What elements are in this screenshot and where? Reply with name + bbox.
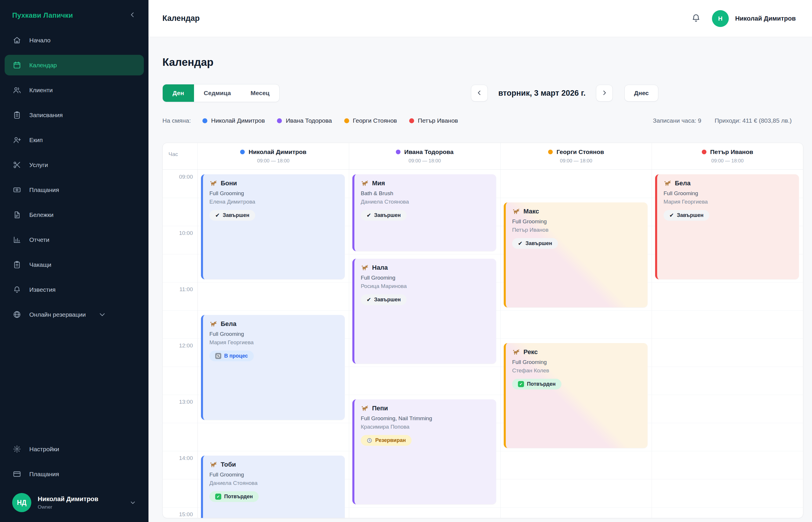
pet-name-row: Пепи: [361, 405, 490, 412]
user-plus-icon: [13, 136, 21, 144]
legend-staff-name: Николай Димитров: [211, 117, 265, 124]
sidebar-collapse-button[interactable]: [129, 11, 136, 19]
appointment-card[interactable]: РексFull GroomingСтефан Колев✔Потвърден: [504, 343, 648, 448]
sidebar-item-label: Настройки: [29, 446, 59, 453]
page-title: Календар: [162, 56, 803, 68]
view-tab-week[interactable]: Седмица: [194, 84, 241, 102]
home-icon: [13, 36, 21, 44]
client-name: Стефан Колев: [512, 367, 641, 374]
sidebar-item-bookings[interactable]: Записвания: [5, 105, 144, 125]
pet-name-row: Рекс: [512, 348, 641, 356]
shift-legend-row: На смяна: Николай ДимитровИвана Тодорова…: [162, 117, 803, 124]
sidebar-item-label: Плащания: [29, 186, 59, 194]
sidebar-item-payments-footer[interactable]: Плащания: [5, 464, 144, 484]
file-text-icon: [13, 210, 21, 219]
status-label: Завършен: [374, 297, 401, 303]
appointment-card[interactable]: НалаFull GroomingРосица Маринова✔Завърше…: [352, 259, 496, 364]
sidebar-item-label: Плащания: [29, 471, 59, 478]
grid-column-divider: [652, 169, 652, 518]
prev-day-button[interactable]: [471, 85, 488, 101]
time-label: 11:00: [163, 286, 193, 293]
staff-name-label: Георги Стоянов: [556, 148, 604, 156]
pet-name-row: Бони: [209, 180, 339, 187]
appointment-card[interactable]: БониFull GroomingЕлена Димитрова✔Завърше…: [201, 174, 345, 279]
view-tab-month[interactable]: Месец: [241, 84, 279, 102]
check-square-icon: ✔: [518, 381, 524, 387]
brand-name: Пухкави Лапички: [12, 11, 73, 19]
sidebar-item-clients[interactable]: Клиенти: [5, 80, 144, 100]
profile-info: Николай Димитров Owner: [38, 495, 98, 510]
dog-icon: [361, 405, 368, 412]
pet-name-row: Мия: [361, 180, 490, 187]
legend-item: Петър Иванов: [409, 117, 458, 124]
sidebar-item-waiting[interactable]: Чакащи: [5, 254, 144, 275]
status-label: Потвърден: [527, 381, 556, 387]
client-name: Даниела Стоянова: [209, 480, 339, 486]
sidebar-item-calendar[interactable]: Календар: [5, 55, 144, 75]
staff-shift-hours: 09:00 — 18:00: [257, 158, 290, 164]
pet-name: Рекс: [524, 348, 537, 356]
dog-icon: [361, 264, 368, 272]
appointment-card[interactable]: МияBath & BrushДаниела Стоянова✔Завършен: [352, 174, 496, 251]
sidebar-item-home[interactable]: Начало: [5, 30, 144, 51]
appointment-card[interactable]: МаксFull GroomingПетър Иванов✔Завършен: [504, 202, 648, 307]
pet-name-row: Тоби: [209, 461, 339, 468]
status-badge: Резервиран: [361, 435, 411, 446]
view-switcher: Ден Седмица Месец: [162, 84, 280, 102]
client-name: Красимира Попова: [361, 424, 490, 430]
legend-item: Ивана Тодорова: [277, 117, 332, 124]
appointment-card[interactable]: БелаFull GroomingМария Георгиева✔Завърше…: [655, 174, 799, 279]
service-name: Full Grooming: [361, 275, 490, 281]
appointment-card[interactable]: БелаFull GroomingМария ГеоргиеваВ процес: [201, 315, 345, 420]
dog-icon: [209, 320, 217, 328]
calendar-toolbar: Ден Седмица Месец вторник, 3 март 2026 г…: [162, 84, 803, 102]
check-square-icon: ✔: [215, 494, 221, 500]
sidebar-spacer: [5, 325, 144, 439]
sidebar-item-online-bookings[interactable]: Онлайн резервации: [5, 304, 144, 325]
pet-name: Пепи: [372, 405, 388, 412]
staff-name-label: Петър Иванов: [710, 148, 753, 156]
sidebar-item-label: Услуги: [29, 162, 48, 168]
pet-name: Тоби: [221, 461, 236, 468]
staff-name-label: Ивана Тодорова: [404, 148, 453, 156]
sidebar-profile[interactable]: НД Николай Димитров Owner: [5, 487, 144, 522]
date-navigation: вторник, 3 март 2026 г. Днес: [471, 85, 658, 101]
sidebar-item-team[interactable]: Екип: [5, 129, 144, 150]
appointment-card[interactable]: ТобиFull GroomingДаниела Стоянова✔Потвър…: [201, 456, 345, 518]
staff-color-dot: [202, 118, 207, 123]
staff-shift-hours: 09:00 — 18:00: [560, 158, 592, 164]
sidebar-item-label: Чакащи: [29, 261, 51, 268]
staff-color-dot: [702, 149, 707, 154]
calendar-header-row: Час Николай Димитров09:00 — 18:00Ивана Т…: [163, 143, 803, 169]
client-name: Росица Маринова: [361, 283, 490, 289]
staff-shift-hours: 09:00 — 18:00: [711, 158, 744, 164]
service-name: Full Grooming: [512, 218, 641, 225]
today-button[interactable]: Днес: [624, 85, 658, 101]
status-badge: ✔Завършен: [512, 238, 558, 249]
legend-item: Николай Димитров: [202, 117, 265, 124]
sidebar-item-label: Начало: [29, 37, 50, 44]
grid-column-divider: [500, 169, 501, 518]
service-name: Full Grooming: [664, 190, 793, 197]
sidebar-item-notes[interactable]: Бележки: [5, 204, 144, 225]
staff-column-header: Николай Димитров09:00 — 18:00: [198, 143, 349, 169]
sidebar-item-notifications[interactable]: Известия: [5, 279, 144, 300]
top-header: Календар Н Николай Димитров: [148, 0, 812, 37]
brand-row: Пухкави Лапички: [5, 0, 144, 22]
sidebar-item-reports[interactable]: Отчети: [5, 229, 144, 250]
sidebar-item-payments[interactable]: Плащания: [5, 180, 144, 200]
view-tab-day[interactable]: Ден: [163, 84, 194, 102]
dog-icon: [664, 180, 671, 187]
sidebar-item-settings[interactable]: Настройки: [5, 439, 144, 459]
appointment-card[interactable]: ПепиFull Grooming, Nail TrimmingКрасимир…: [352, 399, 496, 504]
sidebar-item-services[interactable]: Услуги: [5, 155, 144, 175]
user-menu[interactable]: Н Николай Димитров: [712, 10, 796, 27]
status-badge: ✔Завършен: [361, 294, 407, 305]
next-day-button[interactable]: [596, 85, 613, 101]
staff-color-dot: [240, 149, 245, 154]
legend-item: Георги Стоянов: [344, 117, 397, 124]
page-content: Календар Ден Седмица Месец вторник, 3 ма…: [148, 37, 812, 522]
notifications-button[interactable]: [691, 13, 701, 24]
globe-icon: [13, 310, 21, 319]
check-icon: ✔: [518, 241, 523, 246]
